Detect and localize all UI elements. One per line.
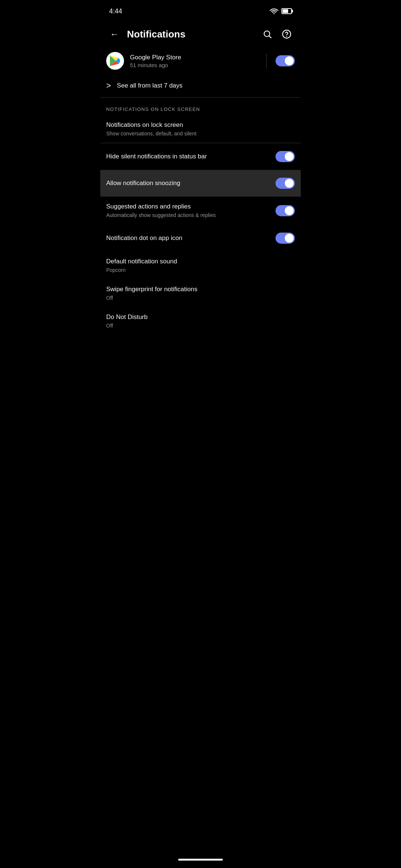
play-store-icon <box>108 54 122 68</box>
lock-screen-notifications-subtitle: Show conversations, default, and silent <box>106 130 295 137</box>
toggle-knob-3 <box>285 234 294 243</box>
lock-screen-section-header: NOTIFICATIONS ON LOCK SCREEN <box>100 98 301 115</box>
settings-item-title-1: Allow notification snoozing <box>106 179 270 187</box>
settings-item-6[interactable]: Do Not DisturbOff <box>100 307 301 335</box>
settings-toggle-2[interactable] <box>276 205 295 216</box>
home-indicator <box>178 859 223 861</box>
lock-screen-notifications-text: Notifications on lock screen Show conver… <box>106 121 295 137</box>
toggle-knob-0 <box>285 152 294 161</box>
settings-item-subtitle-6: Off <box>106 322 295 329</box>
search-icon <box>263 29 272 39</box>
recent-app-item[interactable]: Google Play Store 51 minutes ago <box>100 47 301 74</box>
status-time: 4:44 <box>109 7 122 15</box>
settings-item-text-2: Suggested actions and repliesAutomatical… <box>106 203 270 218</box>
settings-item-title-2: Suggested actions and replies <box>106 203 270 211</box>
settings-item-text-4: Default notification soundPopcorn <box>106 257 295 273</box>
settings-item-title-6: Do Not Disturb <box>106 313 295 321</box>
lock-screen-notifications-title: Notifications on lock screen <box>106 121 295 129</box>
app-bar-actions <box>259 26 295 42</box>
chevron-right-icon: > <box>106 81 111 91</box>
settings-item-title-5: Swipe fingerprint for notifications <box>106 285 295 293</box>
toggle-knob-1 <box>285 179 294 188</box>
settings-item-2[interactable]: Suggested actions and repliesAutomatical… <box>100 197 301 224</box>
settings-item-text-3: Notification dot on app icon <box>106 234 270 242</box>
settings-item-4[interactable]: Default notification soundPopcorn <box>100 251 301 279</box>
recent-app-toggle[interactable] <box>276 55 295 66</box>
vertical-divider <box>266 53 267 68</box>
settings-item-text-5: Swipe fingerprint for notificationsOff <box>106 285 295 301</box>
settings-toggle-3[interactable] <box>276 233 295 244</box>
settings-toggle-0[interactable] <box>276 151 295 162</box>
settings-item-title-0: Hide silent notifications in status bar <box>106 152 270 161</box>
settings-list: Hide silent notifications in status barA… <box>100 143 301 335</box>
lock-screen-notifications-item[interactable]: Notifications on lock screen Show conver… <box>100 115 301 143</box>
see-all-row[interactable]: > See all from last 7 days <box>100 74 301 97</box>
settings-item-0[interactable]: Hide silent notifications in status bar <box>100 143 301 170</box>
help-icon <box>282 29 291 39</box>
toggle-knob <box>285 56 294 65</box>
svg-line-1 <box>269 36 271 38</box>
settings-item-3[interactable]: Notification dot on app icon <box>100 225 301 251</box>
settings-item-text-6: Do Not DisturbOff <box>106 313 295 329</box>
settings-item-subtitle-4: Popcorn <box>106 267 295 273</box>
status-bar: 4:44 <box>100 0 301 21</box>
recent-app-name: Google Play Store <box>130 54 257 61</box>
status-icons <box>270 8 292 14</box>
battery-icon <box>281 8 292 14</box>
see-all-label: See all from last 7 days <box>117 82 183 89</box>
settings-item-1[interactable]: Allow notification snoozing <box>100 170 301 197</box>
settings-item-subtitle-2: Automatically show suggested actions & r… <box>106 212 270 218</box>
settings-item-text-1: Allow notification snoozing <box>106 179 270 187</box>
app-icon <box>106 52 124 70</box>
toggle-knob-2 <box>285 206 294 215</box>
recent-app-info: Google Play Store 51 minutes ago <box>130 54 257 68</box>
bottom-bar <box>100 853 301 868</box>
settings-item-5[interactable]: Swipe fingerprint for notificationsOff <box>100 279 301 307</box>
svg-point-0 <box>264 31 270 36</box>
help-button[interactable] <box>278 26 295 42</box>
back-arrow-icon: ← <box>110 29 119 39</box>
back-button[interactable]: ← <box>106 26 123 42</box>
recent-app-time: 51 minutes ago <box>130 62 257 68</box>
app-bar: ← Notifications <box>100 21 301 47</box>
search-button[interactable] <box>259 26 276 42</box>
settings-item-subtitle-5: Off <box>106 295 295 301</box>
page-title: Notifications <box>127 29 255 40</box>
settings-toggle-1[interactable] <box>276 178 295 189</box>
wifi-icon <box>270 8 278 14</box>
settings-item-title-3: Notification dot on app icon <box>106 234 270 242</box>
settings-item-title-4: Default notification sound <box>106 257 295 266</box>
settings-item-text-0: Hide silent notifications in status bar <box>106 152 270 161</box>
